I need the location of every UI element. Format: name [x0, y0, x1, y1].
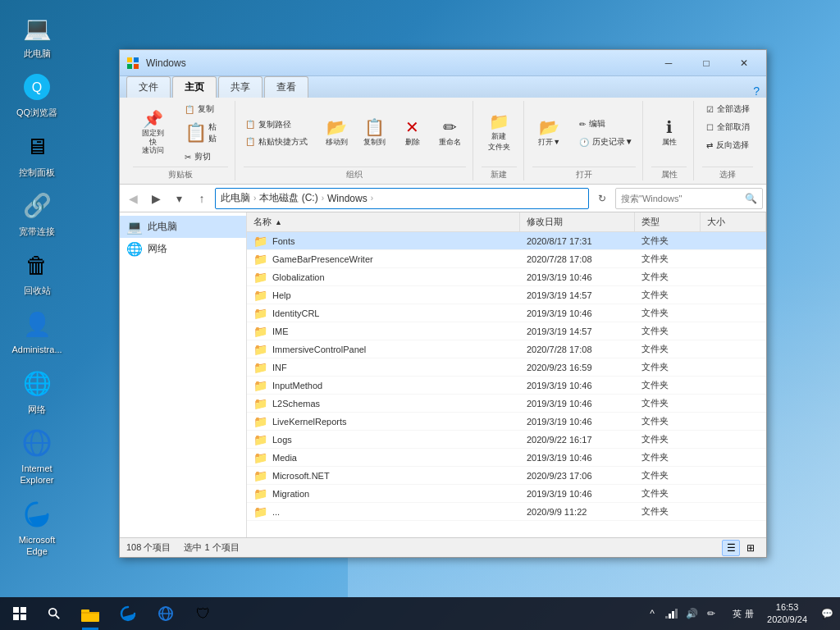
taskbar-pinned-icons: 🛡 — [69, 597, 225, 630]
file-type-cell: 文件夹 — [635, 340, 701, 358]
file-row-5[interactable]: 📁 IME 2019/3/19 14:57 文件夹 — [247, 322, 766, 340]
taskbar-clock[interactable]: 16:53 2020/9/24 — [760, 597, 814, 630]
col-header-name[interactable]: 名称 ▲ — [247, 212, 520, 231]
tray-chevron[interactable]: ^ — [644, 605, 660, 622]
move-to-button[interactable]: 📂 移动到 — [319, 115, 355, 152]
svg-rect-11 — [13, 614, 19, 620]
tray-volume-icon[interactable]: 🔊 — [683, 605, 700, 622]
file-row-10[interactable]: 📁 LiveKernelReports 2019/3/19 10:46 文件夹 — [247, 413, 766, 431]
minimize-button[interactable]: ─ — [650, 50, 687, 76]
notification-button[interactable]: 💬 — [814, 597, 840, 630]
tab-view[interactable]: 查看 — [264, 76, 308, 98]
paste-shortcut-button[interactable]: 📋 粘贴快捷方式 — [241, 134, 312, 150]
ribbon-group-organize: 📋 复制路径 📋 粘贴快捷方式 📂 移动到 — [237, 101, 473, 180]
file-row-15[interactable]: 📁 ... 2020/9/9 11:22 文件夹 — [247, 503, 766, 521]
col-header-type[interactable]: 类型 — [635, 212, 701, 231]
properties-button[interactable]: ℹ 属性 — [651, 115, 687, 152]
desktop-icon-recycle[interactable]: 🗑 回收站 — [6, 245, 68, 299]
nav-item-this-pc[interactable]: 💻 此电脑 — [120, 216, 246, 238]
file-date-cell: 2019/3/19 14:57 — [520, 286, 635, 304]
file-row-9[interactable]: 📁 L2Schemas 2019/3/19 10:46 文件夹 — [247, 395, 766, 413]
nav-item-network[interactable]: 🌐 网络 — [120, 238, 246, 260]
file-row-6[interactable]: 📁 ImmersiveControlPanel 2020/7/28 17:08 … — [247, 340, 766, 358]
ribbon-group-new: 📁 新建文件夹 新建 — [475, 101, 524, 180]
tray-pen-icon[interactable]: ✏ — [703, 605, 719, 622]
shield-taskbar-icon: 🛡 — [192, 602, 215, 625]
select-all-button[interactable]: ☑ 全部选择 — [702, 101, 754, 117]
desktop-icon-qq[interactable]: Q QQ浏览器 — [6, 67, 68, 121]
file-type-cell: 文件夹 — [635, 286, 701, 304]
large-icons-view-button[interactable]: ⊞ — [742, 540, 760, 556]
desktop-icon-this-pc[interactable]: 💻 此电脑 — [6, 8, 68, 62]
file-size-cell — [701, 431, 766, 448]
path-windows[interactable]: Windows — [327, 193, 368, 204]
copy-to-button[interactable]: 📋 复制到 — [357, 115, 393, 152]
path-local-disk[interactable]: 本地磁盘 (C:) — [259, 191, 317, 205]
open-button[interactable]: 📂 打开▼ — [532, 115, 568, 152]
history-button[interactable]: 🕐 历史记录▼ — [575, 134, 637, 150]
file-name-cell: 📁 InputMethod — [247, 377, 520, 394]
select-none-icon: ☐ — [706, 123, 714, 132]
address-path[interactable]: 此电脑 › 本地磁盘 (C:) › Windows › — [215, 188, 589, 209]
up-button[interactable]: ↑ — [192, 189, 212, 208]
file-name-cell: 📁 IME — [247, 322, 520, 340]
taskbar-search-button[interactable] — [39, 597, 69, 630]
file-row-14[interactable]: 📁 Migration 2019/3/19 10:46 文件夹 — [247, 485, 766, 503]
file-list-header: 名称 ▲ 修改日期 类型 大小 — [247, 212, 766, 232]
recent-locations-button[interactable]: ▾ — [169, 189, 189, 208]
taskbar-edge-button[interactable] — [110, 597, 146, 630]
desktop-icon-admin[interactable]: 👤 Administra... — [6, 304, 68, 358]
taskbar-lang[interactable]: 英 册 — [726, 608, 760, 620]
copy-button[interactable]: 📋 复制 — [180, 101, 228, 117]
file-name-cell: 📁 Fonts — [247, 232, 520, 249]
file-row-13[interactable]: 📁 Microsoft.NET 2020/9/23 17:06 文件夹 — [247, 467, 766, 485]
file-row-0[interactable]: 📁 Fonts 2020/8/17 17:31 文件夹 — [247, 232, 766, 250]
file-row-1[interactable]: 📁 GameBarPresenceWriter 2020/7/28 17:08 … — [247, 250, 766, 268]
tab-share[interactable]: 共享 — [218, 76, 262, 98]
back-button[interactable]: ◀ — [123, 189, 143, 208]
desktop-icon-network[interactable]: 🌐 网络 — [6, 364, 68, 418]
start-button[interactable] — [0, 597, 39, 630]
desktop-icon-control[interactable]: 🖥 控制面板 — [6, 127, 68, 181]
cut-button[interactable]: ✂ 剪切 — [180, 148, 228, 165]
copy-paste-group: 📋 复制 📋 粘贴 ✂ 剪切 — [180, 101, 228, 165]
file-row-2[interactable]: 📁 Globalization 2019/3/19 10:46 文件夹 — [247, 268, 766, 286]
ribbon-help-button[interactable]: ? — [746, 84, 766, 98]
paste-button[interactable]: 📋 粘贴 — [180, 119, 228, 147]
file-row-3[interactable]: 📁 Help 2019/3/19 14:57 文件夹 — [247, 286, 766, 304]
tab-file[interactable]: 文件 — [126, 76, 171, 98]
close-button[interactable]: ✕ — [725, 50, 763, 76]
select-none-label: 全部取消 — [717, 121, 750, 133]
taskbar-explorer-button[interactable] — [72, 597, 108, 630]
pin-quick-access-button[interactable]: 📌 固定到快速访问 — [133, 107, 173, 159]
tab-home[interactable]: 主页 — [172, 76, 217, 98]
file-row-7[interactable]: 📁 INF 2020/9/23 16:59 文件夹 — [247, 358, 766, 377]
details-view-button[interactable]: ☰ — [722, 540, 740, 556]
forward-button[interactable]: ▶ — [146, 189, 166, 208]
desktop-icon-edge[interactable]: MicrosoftEdge — [6, 495, 68, 561]
desktop-icon-ie[interactable]: InternetExplorer — [6, 423, 68, 490]
path-this-pc[interactable]: 此电脑 — [221, 191, 250, 205]
select-none-button[interactable]: ☐ 全部取消 — [702, 119, 754, 135]
copy-path-button[interactable]: 📋 复制路径 — [241, 116, 312, 133]
new-folder-button[interactable]: 📁 新建文件夹 — [481, 109, 517, 157]
invert-select-button[interactable]: ⇄ 反向选择 — [702, 137, 753, 153]
file-row-4[interactable]: 📁 IdentityCRL 2019/3/19 10:46 文件夹 — [247, 304, 766, 322]
file-row-11[interactable]: 📁 Logs 2020/9/22 16:17 文件夹 — [247, 431, 766, 449]
edit-button[interactable]: ✏ 编辑 — [575, 116, 637, 132]
file-row-8[interactable]: 📁 InputMethod 2019/3/19 10:46 文件夹 — [247, 377, 766, 395]
tray-network-icon[interactable] — [664, 605, 680, 622]
desktop-icon-broadband[interactable]: 🔗 宽带连接 — [6, 186, 68, 240]
search-input[interactable] — [621, 194, 742, 203]
taskbar-ie-button[interactable] — [148, 597, 184, 630]
rename-button[interactable]: ✏ 重命名 — [432, 115, 468, 152]
maximize-button[interactable]: □ — [687, 50, 725, 76]
sort-arrow: ▲ — [275, 218, 282, 226]
col-header-date[interactable]: 修改日期 — [520, 212, 635, 231]
taskbar-shield-button[interactable]: 🛡 — [185, 597, 221, 630]
col-header-size[interactable]: 大小 — [701, 212, 766, 231]
delete-button[interactable]: ✕ 删除 — [395, 115, 431, 152]
refresh-button[interactable]: ↻ — [592, 189, 612, 208]
file-name-cell: 📁 L2Schemas — [247, 395, 520, 412]
file-row-12[interactable]: 📁 Media 2019/3/19 10:46 文件夹 — [247, 449, 766, 467]
